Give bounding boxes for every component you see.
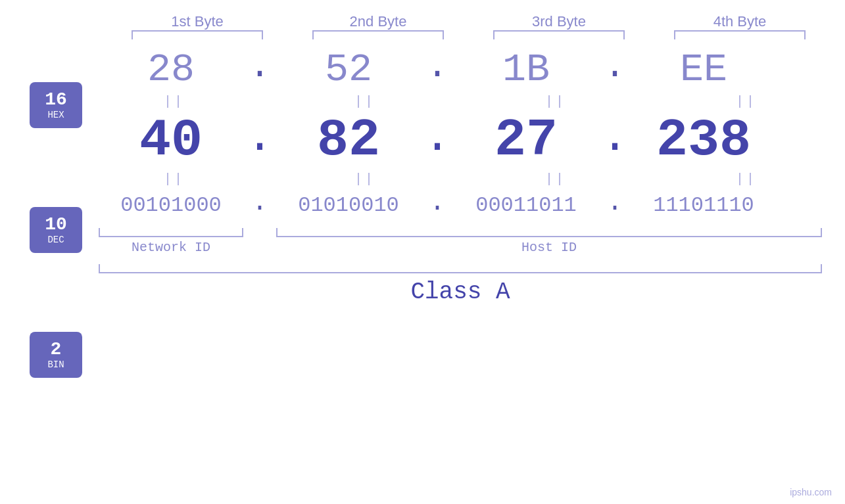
byte1-label: 1st Byte <box>125 13 270 30</box>
watermark: ipshu.com <box>790 487 832 497</box>
right-content: 28 . 52 . 1B . EE || || <box>99 46 845 504</box>
hex-byte1: 28 <box>99 47 243 92</box>
eq7: || <box>483 172 628 187</box>
hex-byte3: 1B <box>454 47 598 92</box>
eq3: || <box>483 94 628 109</box>
bin-row: 00101000 . 01010010 . 00011011 . 1110111… <box>99 188 822 223</box>
hex-row: 28 . 52 . 1B . EE <box>99 46 822 93</box>
content-wrapper: 16 HEX 10 DEC 2 BIN 28 . 52 <box>0 46 845 504</box>
dec-byte2: 82 <box>276 110 421 170</box>
base-badges: 16 HEX 10 DEC 2 BIN <box>0 46 99 504</box>
id-labels: Network ID Host ID <box>99 240 822 255</box>
dot-dec-3: . <box>598 112 631 169</box>
dec-byte3: 27 <box>454 110 598 170</box>
dot-bin-2: . <box>421 188 454 223</box>
dot-3: . <box>598 46 631 93</box>
dot-1: . <box>243 46 276 93</box>
eq4: || <box>674 94 819 109</box>
dec-badge: 10 DEC <box>30 207 82 253</box>
bracket-top-4 <box>674 30 806 39</box>
dot-2: . <box>421 46 454 93</box>
top-brackets <box>107 30 831 39</box>
dec-label: DEC <box>47 235 64 245</box>
byte3-label: 3rd Byte <box>487 13 631 30</box>
hex-byte2: 52 <box>276 47 421 92</box>
eq-row-1: || || || || <box>99 93 822 110</box>
network-bottom-bracket <box>99 228 243 237</box>
class-bottom-bracket <box>99 264 822 273</box>
dec-byte4: 238 <box>631 110 776 170</box>
eq8: || <box>674 172 819 187</box>
bracket-top-1 <box>132 30 263 39</box>
byte-headers: 1st Byte 2nd Byte 3rd Byte 4th Byte <box>107 13 831 30</box>
host-bottom-bracket <box>276 228 822 237</box>
dec-row: 40 . 82 . 27 . 238 <box>99 110 822 170</box>
bin-byte4: 11101110 <box>631 193 776 218</box>
bracket-top-2 <box>312 30 444 39</box>
hex-label: HEX <box>47 110 64 120</box>
bin-number: 2 <box>51 340 62 360</box>
eq6: || <box>293 172 437 187</box>
hex-badge: 16 HEX <box>30 82 82 128</box>
network-id-label: Network ID <box>99 240 243 255</box>
dot-dec-2: . <box>421 112 454 169</box>
eq1: || <box>102 94 247 109</box>
hex-number: 16 <box>45 90 67 110</box>
hex-byte4: EE <box>631 47 776 92</box>
eq-row-2: || || || || <box>99 170 822 188</box>
dot-bin-1: . <box>243 188 276 223</box>
class-label: Class A <box>99 279 822 306</box>
eq2: || <box>293 94 437 109</box>
bin-label: BIN <box>47 359 64 370</box>
byte4-label: 4th Byte <box>667 13 812 30</box>
main-container: 1st Byte 2nd Byte 3rd Byte 4th Byte 16 H… <box>0 0 845 504</box>
dec-number: 10 <box>45 215 67 235</box>
dot-bin-3: . <box>598 188 631 223</box>
host-id-label: Host ID <box>276 240 822 255</box>
dot-dec-1: . <box>243 112 276 169</box>
bottom-brackets-container <box>99 228 822 237</box>
byte2-label: 2nd Byte <box>306 13 450 30</box>
bracket-top-3 <box>493 30 625 39</box>
bin-byte2: 01010010 <box>276 193 421 218</box>
bin-badge: 2 BIN <box>30 332 82 378</box>
dec-byte1: 40 <box>99 110 243 170</box>
bin-byte3: 00011011 <box>454 193 598 218</box>
eq5: || <box>102 172 247 187</box>
bin-byte1: 00101000 <box>99 193 243 218</box>
